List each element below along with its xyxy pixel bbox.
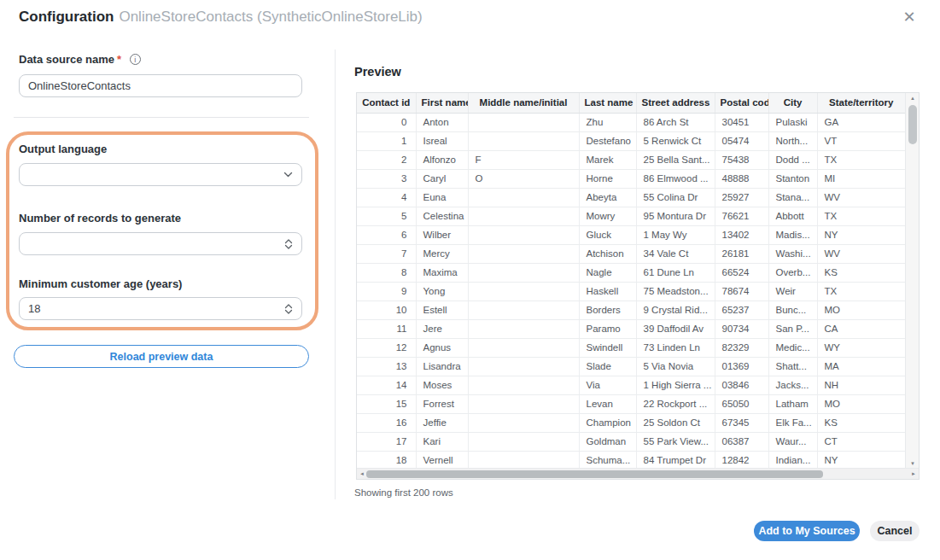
table-cell: NH xyxy=(817,376,905,394)
table-cell: 75 Meadston... xyxy=(636,282,715,300)
table-cell xyxy=(468,338,579,357)
table-cell: 9 xyxy=(357,282,416,300)
data-source-name-label: Data source name* i xyxy=(19,53,141,66)
table-cell: Goldman xyxy=(579,432,636,451)
close-icon[interactable]: ✕ xyxy=(899,7,920,27)
table-cell: GA xyxy=(817,113,905,131)
column-header: Street address xyxy=(636,93,715,113)
table-cell: 39 Daffodil Av xyxy=(636,319,715,338)
table-cell: Agnus xyxy=(416,338,468,357)
table-cell: 75438 xyxy=(715,150,768,169)
table-cell: 18 xyxy=(357,451,416,470)
reload-preview-button[interactable]: Reload preview data xyxy=(14,345,309,368)
table-cell: Overb... xyxy=(768,263,817,282)
table-cell: Latham xyxy=(768,394,817,413)
table-cell: TX xyxy=(817,282,905,300)
scroll-right-icon[interactable]: ► xyxy=(908,469,919,479)
table-cell: 16 xyxy=(357,413,416,432)
data-source-name-input[interactable]: OnlineStoreContacts xyxy=(19,74,302,97)
table-row: 16JeffieChampion25 Soldon Ct67345Elk Fa.… xyxy=(357,413,905,432)
table-cell: Madis... xyxy=(768,225,817,244)
table-cell: Maxima xyxy=(416,263,468,282)
table-cell: 14 xyxy=(357,376,416,394)
table-cell: 3 xyxy=(357,169,416,188)
table-cell: Dodd ... xyxy=(768,150,817,169)
minimum-age-label: Minimum customer age (years) xyxy=(19,277,182,290)
table-cell xyxy=(468,357,579,376)
data-source-name-label-text: Data source name xyxy=(19,53,114,66)
table-cell: 67345 xyxy=(715,413,768,432)
info-icon[interactable]: i xyxy=(130,54,141,65)
table-row: 18VernellSchuma...84 Trumpet Dr12842Indi… xyxy=(357,451,905,470)
table-cell xyxy=(468,432,579,451)
table-cell: 8 xyxy=(357,263,416,282)
table-cell: 76621 xyxy=(715,207,768,225)
table-cell: 61 Dune Ln xyxy=(636,263,715,282)
table-cell: Kari xyxy=(416,432,468,451)
table-cell: Weir xyxy=(768,282,817,300)
table-cell: KS xyxy=(817,413,905,432)
table-cell: 26181 xyxy=(715,244,768,263)
table-cell: Lisandra xyxy=(416,357,468,376)
table-cell: 06387 xyxy=(715,432,768,451)
table-cell xyxy=(468,300,579,319)
table-cell: 65237 xyxy=(715,300,768,319)
column-header: Postal code xyxy=(715,93,768,113)
cancel-button[interactable]: Cancel xyxy=(870,521,920,541)
table-cell: Mercy xyxy=(416,244,468,263)
table-cell: O xyxy=(468,169,579,188)
table-cell: WV xyxy=(817,188,905,207)
table-cell: 73 Linden Ln xyxy=(636,338,715,357)
table-cell: VT xyxy=(817,131,905,150)
add-to-my-sources-button[interactable]: Add to My Sources xyxy=(754,521,860,541)
table-cell: 90734 xyxy=(715,319,768,338)
table-cell: 9 Crystal Rid... xyxy=(636,300,715,319)
table-cell: 5 Via Novia xyxy=(636,357,715,376)
column-header: First name xyxy=(416,93,468,113)
minimum-age-stepper[interactable]: 18 xyxy=(19,297,302,320)
table-cell xyxy=(468,282,579,300)
section-divider xyxy=(14,117,309,118)
vertical-scroll-thumb[interactable] xyxy=(908,105,917,144)
table-cell: 95 Montura Dr xyxy=(636,207,715,225)
stepper-up-down-icon[interactable] xyxy=(284,239,293,249)
vertical-scrollbar[interactable]: ▲ ▼ xyxy=(905,93,919,469)
table-cell: KS xyxy=(817,263,905,282)
table-row: 12AgnusSwindell73 Linden Ln82329Medic...… xyxy=(357,338,905,357)
table-cell: Medic... xyxy=(768,338,817,357)
table-cell: Borders xyxy=(579,300,636,319)
table-cell: Jacks... xyxy=(768,376,817,394)
table-cell: 30451 xyxy=(715,113,768,131)
table-cell: 25 Bella Sant... xyxy=(636,150,715,169)
table-cell: 4 xyxy=(357,188,416,207)
table-cell: Gluck xyxy=(579,225,636,244)
table-cell: 48888 xyxy=(715,169,768,188)
table-cell: Abbott xyxy=(768,207,817,225)
scroll-up-icon[interactable]: ▲ xyxy=(906,93,920,103)
table-cell: Mowry xyxy=(579,207,636,225)
table-cell: 22 Rockport ... xyxy=(636,394,715,413)
preview-title: Preview xyxy=(354,65,401,79)
table-cell xyxy=(468,188,579,207)
stepper-up-down-icon[interactable] xyxy=(284,304,293,314)
table-cell: 0 xyxy=(357,113,416,131)
records-to-generate-stepper[interactable] xyxy=(19,232,302,255)
output-language-select[interactable] xyxy=(19,163,302,186)
table-cell: Alfonzo xyxy=(416,150,468,169)
horizontal-scrollbar[interactable]: ◄ ► xyxy=(357,468,919,479)
table-cell: 82329 xyxy=(715,338,768,357)
horizontal-scroll-thumb[interactable] xyxy=(366,470,823,478)
table-cell: 5 Renwick Ct xyxy=(636,131,715,150)
table-cell: Anton xyxy=(416,113,468,131)
table-cell: Estell xyxy=(416,300,468,319)
table-cell: NY xyxy=(817,225,905,244)
table-cell: Yong xyxy=(416,282,468,300)
table-row: 4EunaAbeyta55 Colina Dr25927Stana...WV xyxy=(357,188,905,207)
column-header: Contact id xyxy=(357,93,416,113)
table-cell: 11 xyxy=(357,319,416,338)
configuration-dialog: ConfigurationOnlineStoreContacts (Synthe… xyxy=(0,0,940,560)
records-to-generate-label: Number of records to generate xyxy=(19,212,181,225)
table-cell: 84 Trumpet Dr xyxy=(636,451,715,470)
panel-divider xyxy=(335,50,336,499)
preview-table: Contact idFirst nameMiddle name/initialL… xyxy=(356,92,920,480)
